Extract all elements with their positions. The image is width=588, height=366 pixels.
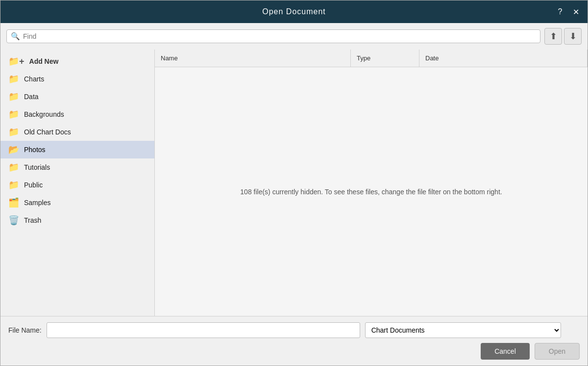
add-new-button[interactable]: 📁+ Add New <box>0 52 154 70</box>
samples-icon: 🗂️ <box>8 197 19 208</box>
close-button[interactable]: ✕ <box>569 5 583 19</box>
main-area: 📁+ Add New 📁 Charts 📁 Data 📁 Backgrounds… <box>0 50 588 316</box>
footer-row1: File Name: Chart Documents All Files ODF… <box>8 322 580 338</box>
searchbar: 🔍 ⬆ ⬇ <box>0 23 588 50</box>
column-header-date: Date <box>419 50 588 67</box>
folder-icon: 📁 <box>8 91 19 102</box>
sidebar-item-label: Data <box>24 93 39 101</box>
upload-icon: ⬆ <box>550 31 557 42</box>
help-button[interactable]: ? <box>553 5 567 19</box>
file-content-empty: 108 file(s) currently hidden. To see the… <box>155 67 588 316</box>
titlebar-buttons: ? ✕ <box>553 5 583 19</box>
sidebar-item-label: Public <box>24 181 43 189</box>
folder-icon: 📁 <box>8 109 19 120</box>
sidebar-item-backgrounds[interactable]: 📁 Backgrounds <box>0 105 154 123</box>
add-new-label: Add New <box>29 57 59 65</box>
sidebar-item-public[interactable]: 📁 Public <box>0 176 154 194</box>
sidebar-item-label: Charts <box>24 75 44 83</box>
folder-open-icon: 📂 <box>8 144 19 155</box>
open-button[interactable]: Open <box>535 343 580 360</box>
sidebar-item-tutorials[interactable]: 📁 Tutorials <box>0 158 154 176</box>
download-button[interactable]: ⬇ <box>564 28 582 45</box>
sidebar-item-label: Samples <box>24 199 50 207</box>
file-panel: Name Type Date 108 file(s) currently hid… <box>155 50 588 316</box>
sidebar-item-samples[interactable]: 🗂️ Samples <box>0 194 154 211</box>
add-new-icon: 📁+ <box>8 56 24 67</box>
upload-button[interactable]: ⬆ <box>544 28 562 45</box>
folder-icon: 📁 <box>8 74 19 84</box>
search-input[interactable] <box>23 32 536 40</box>
empty-message: 108 file(s) currently hidden. To see the… <box>240 188 502 196</box>
download-icon: ⬇ <box>569 31 577 42</box>
sidebar-item-charts[interactable]: 📁 Charts <box>0 70 154 88</box>
sidebar: 📁+ Add New 📁 Charts 📁 Data 📁 Backgrounds… <box>0 50 155 316</box>
footer-row2: Cancel Open <box>8 343 580 360</box>
dialog-title: Open Document <box>262 7 326 16</box>
folder-blue-icon: 📁 <box>8 180 19 190</box>
folder-icon: 📁 <box>8 162 19 173</box>
open-document-dialog: Open Document ? ✕ 🔍 ⬆ ⬇ 📁+ Add New <box>0 0 588 366</box>
sidebar-item-label: Photos <box>24 146 46 154</box>
file-header: Name Type Date <box>155 50 588 67</box>
sidebar-item-label: Trash <box>24 216 41 224</box>
upload-buttons: ⬆ ⬇ <box>544 28 582 45</box>
file-type-select[interactable]: Chart Documents All Files ODF Chart (.od… <box>365 322 561 338</box>
sidebar-item-label: Backgrounds <box>24 110 64 118</box>
sidebar-item-photos[interactable]: 📂 Photos <box>0 141 154 158</box>
column-header-name: Name <box>155 50 351 67</box>
sidebar-item-data[interactable]: 📁 Data <box>0 88 154 105</box>
sidebar-item-trash[interactable]: 🗑️ Trash <box>0 211 154 229</box>
trash-icon: 🗑️ <box>8 215 19 226</box>
column-header-type: Type <box>351 50 419 67</box>
footer: File Name: Chart Documents All Files ODF… <box>0 316 588 366</box>
sidebar-item-label: Tutorials <box>24 163 50 171</box>
folder-icon: 📁 <box>8 127 19 137</box>
sidebar-item-label: Old Chart Docs <box>24 128 71 136</box>
search-wrap: 🔍 <box>6 29 540 43</box>
search-icon: 🔍 <box>11 32 20 41</box>
file-name-input[interactable] <box>47 322 360 338</box>
cancel-button[interactable]: Cancel <box>481 343 530 360</box>
file-name-label: File Name: <box>8 326 42 334</box>
sidebar-item-old-chart-docs[interactable]: 📁 Old Chart Docs <box>0 123 154 141</box>
titlebar: Open Document ? ✕ <box>0 0 588 23</box>
